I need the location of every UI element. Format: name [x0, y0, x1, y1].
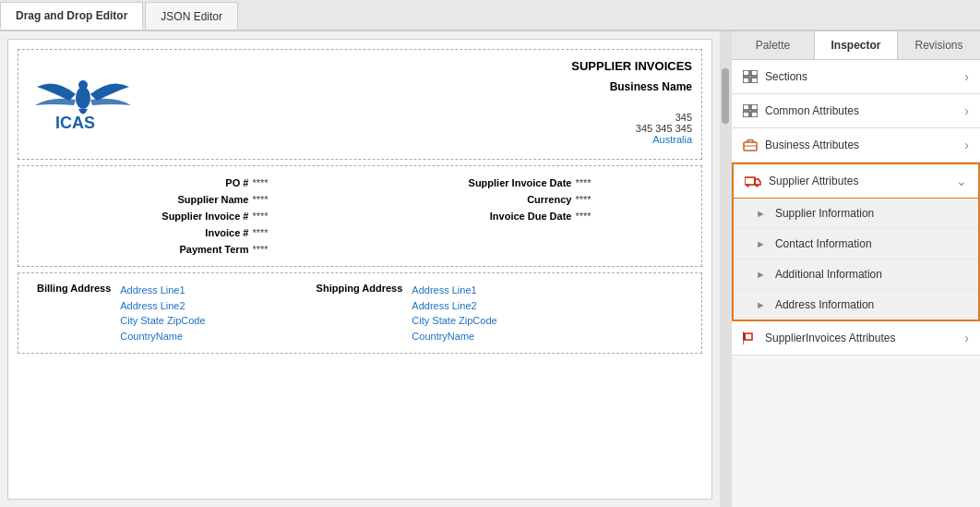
svg-rect-13: [745, 177, 755, 185]
sub-arrow-icon: ►: [756, 208, 766, 219]
panel-tab-revisions[interactable]: Revisions: [898, 31, 980, 59]
svg-text:ICAS: ICAS: [55, 114, 95, 132]
flag-icon: [743, 332, 758, 344]
field-invoice-num: Invoice # ****: [128, 227, 268, 238]
tab-drag-drop[interactable]: Drag and Drop Editor: [0, 2, 143, 30]
address-section: Billing Address Address Line1 Address Li…: [18, 272, 702, 354]
header-right: SUPPLIER INVOICES Business Name 345 345 …: [571, 59, 692, 145]
svg-rect-3: [743, 70, 749, 76]
icas-logo: ICAS: [28, 59, 138, 142]
field-payment-term: Payment Term ****: [128, 244, 268, 255]
sub-item-additional-information[interactable]: ► Additional Information: [734, 260, 978, 290]
chevron-right-icon-4: ›: [964, 331, 969, 345]
panel-item-supplier-attributes[interactable]: Supplier Attributes ⌄: [734, 164, 978, 199]
business-name: Business Name: [571, 80, 692, 93]
header-section: ICAS: [18, 49, 702, 160]
sub-item-address-information[interactable]: ► Address Information: [734, 290, 978, 320]
tab-bar: Drag and Drop Editor JSON Editor: [0, 0, 980, 31]
invoice-title: SUPPLIER INVOICES: [571, 59, 692, 73]
shipping-details: Address Line1 Address Line2 City State Z…: [412, 283, 496, 344]
sub-arrow-icon-4: ►: [756, 299, 766, 310]
panel-tabs: Palette Inspector Revisions: [732, 31, 980, 60]
briefcase-icon: [743, 139, 758, 151]
right-panel: Palette Inspector Revisions: [731, 31, 980, 507]
grid-icon-2: [743, 104, 758, 117]
svg-rect-4: [751, 70, 758, 76]
svg-rect-7: [743, 104, 749, 110]
panel-item-supplier-invoices[interactable]: SupplierInvoices Attributes ›: [732, 321, 980, 356]
field-currency: Currency ****: [451, 194, 591, 205]
svg-point-2: [78, 80, 88, 90]
scrollbar[interactable]: [720, 31, 731, 507]
sub-item-contact-information[interactable]: ► Contact Information: [734, 229, 978, 260]
field-due-date: Invoice Due Date ****: [451, 211, 591, 222]
chevron-right-icon-2: ›: [964, 103, 969, 118]
svg-point-15: [756, 185, 759, 187]
sub-arrow-icon-2: ►: [756, 238, 766, 249]
billing-address: Billing Address Address Line1 Address Li…: [37, 283, 206, 344]
fields-section: PO # **** Supplier Name **** Supplier In…: [18, 165, 702, 267]
fields-left-col: PO # **** Supplier Name **** Supplier In…: [128, 177, 268, 255]
sub-item-supplier-information[interactable]: ► Supplier Information: [734, 199, 978, 229]
chevron-down-icon: ⌄: [956, 174, 967, 188]
field-supplier-name: Supplier Name ****: [128, 194, 268, 205]
canvas-area: ICAS: [7, 39, 712, 500]
panel-item-sections[interactable]: Sections ›: [732, 60, 980, 94]
svg-rect-9: [743, 112, 749, 117]
panel-tab-palette[interactable]: Palette: [732, 31, 815, 59]
svg-point-1: [76, 87, 90, 109]
chevron-right-icon-3: ›: [964, 138, 969, 152]
shipping-address: Shipping Address Address Line1 Address L…: [317, 283, 497, 344]
svg-rect-10: [751, 112, 758, 117]
panel-tab-inspector[interactable]: Inspector: [815, 31, 898, 59]
sub-arrow-icon-3: ►: [756, 269, 766, 280]
logo-area: ICAS: [28, 59, 175, 146]
truck-icon: [745, 175, 761, 187]
billing-details: Address Line1 Address Line2 City State Z…: [120, 283, 205, 344]
address-line1: 345 345 345 345: [571, 112, 692, 134]
country: Australia: [571, 134, 692, 145]
grid-icon: [743, 70, 758, 83]
field-invoice-date: Supplier Invoice Date ****: [451, 177, 591, 188]
scrollbar-thumb[interactable]: [722, 68, 729, 124]
main-container: ICAS: [0, 31, 980, 507]
canvas-inner: ICAS: [8, 40, 711, 492]
panel-content: Sections › Common Attributes ›: [732, 60, 980, 507]
tab-json-editor[interactable]: JSON Editor: [145, 2, 238, 30]
chevron-right-icon: ›: [964, 69, 969, 84]
fields-right-col: Supplier Invoice Date **** Currency ****…: [451, 177, 591, 255]
svg-rect-5: [743, 78, 749, 83]
svg-rect-6: [751, 78, 758, 83]
svg-rect-8: [751, 104, 758, 110]
field-supplier-invoice-num: Supplier Invoice # ****: [128, 211, 268, 222]
field-po: PO # ****: [128, 177, 268, 188]
supplier-attrs-expanded-container: Supplier Attributes ⌄ ► Supplier Informa…: [732, 163, 980, 321]
svg-point-14: [747, 185, 749, 187]
panel-item-business-attributes[interactable]: Business Attributes ›: [732, 128, 980, 163]
panel-item-common-attributes[interactable]: Common Attributes ›: [732, 94, 980, 128]
